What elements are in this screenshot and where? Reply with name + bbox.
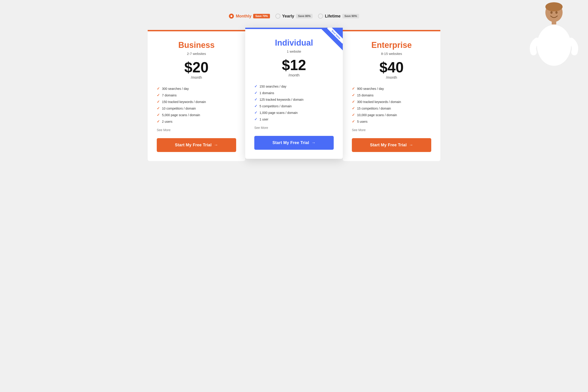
enterprise-features: ✓900 searches / day ✓15 domains ✓300 tra… bbox=[352, 86, 431, 124]
list-item: ✓1 domains bbox=[254, 91, 334, 95]
individual-cta-button[interactable]: Start My Free Trial → bbox=[254, 136, 334, 150]
check-icon: ✓ bbox=[157, 113, 160, 117]
enterprise-price-container: $40 /month bbox=[352, 60, 431, 80]
individual-price-container: $12 /month bbox=[254, 58, 334, 77]
best-value-ribbon: Best Value bbox=[320, 28, 343, 50]
enterprise-plan-name: Enterprise bbox=[352, 40, 431, 50]
business-see-more[interactable]: See More bbox=[157, 128, 236, 132]
list-item: ✓300 tracked keywords / domain bbox=[352, 100, 431, 104]
monthly-radio[interactable] bbox=[229, 14, 234, 18]
billing-monthly[interactable]: Monthly Save 70% bbox=[229, 14, 270, 18]
check-icon: ✓ bbox=[157, 119, 160, 124]
plan-business: Business 2-7 websites $20 /month ✓300 se… bbox=[148, 30, 245, 161]
list-item: ✓10,000 page scans / domain bbox=[352, 113, 431, 117]
list-item: ✓900 searches / day bbox=[352, 86, 431, 91]
check-icon: ✓ bbox=[254, 117, 257, 121]
individual-cta-label: Start My Free Trial bbox=[272, 140, 309, 145]
business-period: /month bbox=[157, 76, 236, 80]
check-icon: ✓ bbox=[157, 106, 160, 110]
business-price: $20 bbox=[157, 60, 236, 75]
check-icon: ✓ bbox=[254, 110, 257, 115]
monthly-badge: Save 70% bbox=[253, 14, 270, 18]
list-item: ✓150 tracked keywords / domain bbox=[157, 100, 236, 104]
list-item: ✓2 users bbox=[157, 119, 236, 124]
check-icon: ✓ bbox=[254, 104, 257, 108]
list-item: ✓1 user bbox=[254, 117, 334, 121]
business-features: ✓300 searches / day ✓7 domains ✓150 trac… bbox=[157, 86, 236, 124]
check-icon: ✓ bbox=[254, 91, 257, 95]
arrow-icon: → bbox=[409, 143, 413, 148]
lifetime-radio[interactable] bbox=[318, 14, 323, 18]
check-icon: ✓ bbox=[157, 86, 160, 91]
svg-point-1 bbox=[545, 2, 562, 11]
svg-point-0 bbox=[545, 3, 562, 22]
billing-lifetime[interactable]: Lifetime Save 90% bbox=[318, 14, 359, 18]
yearly-badge: Save 80% bbox=[296, 14, 312, 18]
check-icon: ✓ bbox=[352, 106, 355, 110]
individual-period: /month bbox=[254, 73, 334, 77]
enterprise-plan-subtitle: 8-15 websites bbox=[352, 52, 431, 56]
list-item: ✓300 searches / day bbox=[157, 86, 236, 91]
check-icon: ✓ bbox=[352, 113, 355, 117]
check-icon: ✓ bbox=[157, 100, 160, 104]
enterprise-cta-button[interactable]: Start My Free Trial → bbox=[352, 138, 431, 152]
svg-point-5 bbox=[537, 25, 571, 66]
plan-individual: Best Value Individual 1 website $12 /mon… bbox=[245, 28, 343, 159]
business-price-container: $20 /month bbox=[157, 60, 236, 80]
svg-rect-4 bbox=[552, 20, 556, 25]
yearly-label: Yearly bbox=[282, 14, 294, 18]
list-item: ✓5 users bbox=[352, 119, 431, 124]
enterprise-cta-label: Start My Free Trial bbox=[370, 143, 407, 148]
list-item: ✓7 domains bbox=[157, 93, 236, 97]
check-icon: ✓ bbox=[254, 84, 257, 88]
list-item: ✓5,000 page scans / domain bbox=[157, 113, 236, 117]
lifetime-badge: Save 90% bbox=[342, 14, 359, 18]
business-plan-subtitle: 2-7 websites bbox=[157, 52, 236, 56]
individual-features: ✓150 searches / day ✓1 domains ✓125 trac… bbox=[254, 84, 334, 121]
billing-toggle: Monthly Save 70% Yearly Save 80% Lifetim… bbox=[4, 14, 584, 18]
check-icon: ✓ bbox=[352, 93, 355, 97]
check-icon: ✓ bbox=[352, 100, 355, 104]
check-icon: ✓ bbox=[352, 119, 355, 124]
business-cta-label: Start My Free Trial bbox=[175, 143, 212, 148]
plan-enterprise: Enterprise 8-15 websites $40 /month ✓900… bbox=[343, 30, 440, 161]
enterprise-price: $40 bbox=[352, 60, 431, 75]
check-icon: ✓ bbox=[352, 86, 355, 91]
business-plan-name: Business bbox=[157, 40, 236, 50]
list-item: ✓1,000 page scans / domain bbox=[254, 110, 334, 115]
list-item: ✓125 tracked keywords / domain bbox=[254, 97, 334, 102]
list-item: ✓150 searches / day bbox=[254, 84, 334, 88]
enterprise-see-more[interactable]: See More bbox=[352, 128, 431, 132]
individual-see-more[interactable]: See More bbox=[254, 126, 334, 130]
enterprise-period: /month bbox=[352, 76, 431, 80]
person-illustration bbox=[529, 0, 579, 68]
arrow-icon: → bbox=[312, 140, 316, 145]
yearly-radio[interactable] bbox=[276, 14, 280, 18]
billing-yearly[interactable]: Yearly Save 80% bbox=[276, 14, 312, 18]
monthly-label: Monthly bbox=[236, 14, 251, 18]
check-icon: ✓ bbox=[254, 97, 257, 102]
list-item: ✓10 competitors / domain bbox=[157, 106, 236, 110]
list-item: ✓15 competitors / domain bbox=[352, 106, 431, 110]
individual-price: $12 bbox=[254, 58, 334, 72]
list-item: ✓5 competitors / domain bbox=[254, 104, 334, 108]
arrow-icon: → bbox=[214, 143, 218, 148]
list-item: ✓15 domains bbox=[352, 93, 431, 97]
lifetime-label: Lifetime bbox=[325, 14, 340, 18]
business-cta-button[interactable]: Start My Free Trial → bbox=[157, 138, 236, 152]
check-icon: ✓ bbox=[157, 93, 160, 97]
plans-container: Business 2-7 websites $20 /month ✓300 se… bbox=[146, 30, 442, 161]
